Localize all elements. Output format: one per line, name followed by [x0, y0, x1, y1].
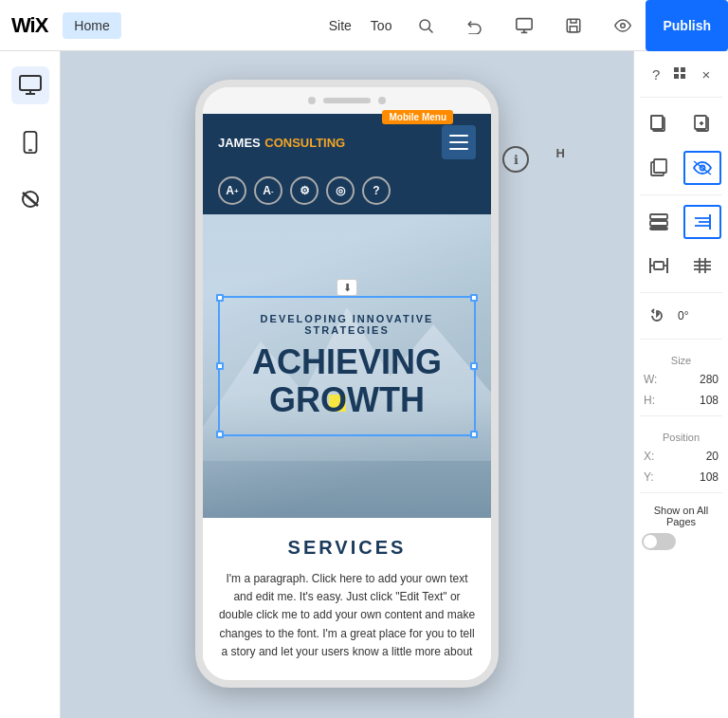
align-right-icon[interactable] [683, 205, 721, 239]
svg-rect-14 [674, 67, 679, 72]
divider-3 [640, 292, 722, 293]
panel-action-row-1 [640, 105, 722, 143]
svg-rect-16 [674, 74, 679, 79]
hide-elements-icon[interactable] [11, 180, 49, 218]
grid-icon[interactable] [668, 61, 693, 87]
rotation-row: 0° [640, 301, 722, 331]
svg-rect-2 [517, 18, 532, 28]
tools-menu[interactable]: Too [371, 18, 392, 33]
cut-icon[interactable] [683, 107, 721, 141]
svg-line-1 [429, 28, 433, 32]
resize-handle-middle-left[interactable] [216, 362, 224, 370]
services-text: I'm a paragraph. Click here to add your … [218, 570, 476, 661]
phone-hero[interactable]: ⬇ DEVELOPING INNOVATIVE STRATEGIES ACHIE… [203, 214, 491, 518]
desktop-icon[interactable] [509, 10, 539, 41]
show-all-pages-label: Show on All Pages [642, 505, 720, 527]
top-bar: WiX Home Site Too Publish [0, 0, 728, 51]
show-all-pages-toggle[interactable] [642, 533, 676, 550]
y-value[interactable]: 108 [700, 470, 719, 484]
help-icon[interactable]: ? [644, 61, 668, 87]
logo-suffix: CONSULTING [264, 136, 345, 150]
svg-rect-22 [695, 116, 706, 129]
svg-rect-19 [651, 116, 663, 129]
phone-header: Mobile Menu JAMES CONSULTING [203, 114, 491, 171]
preview-icon[interactable] [608, 10, 638, 41]
svg-rect-7 [20, 76, 41, 90]
phone-camera [308, 97, 316, 104]
save-icon[interactable] [558, 10, 589, 41]
right-panel: ? × [633, 51, 728, 718]
main-area: Mobile Menu JAMES CONSULTING A+ A- ⚙ ◎ ? [0, 51, 728, 718]
phone-mockup: Mobile Menu JAMES CONSULTING A+ A- ⚙ ◎ ? [195, 80, 499, 688]
svg-rect-17 [681, 74, 685, 79]
x-value[interactable]: 20 [706, 450, 719, 463]
x-row: X: 20 [640, 449, 722, 464]
accessibility-row: A+ A- ⚙ ◎ ? [203, 171, 491, 214]
search-icon[interactable] [410, 10, 441, 41]
undo-icon[interactable] [460, 10, 490, 41]
svg-point-6 [621, 23, 626, 28]
show-all-pages-section: Show on All Pages [640, 501, 722, 554]
resize-handle-top-right[interactable] [470, 294, 478, 302]
hero-content-box[interactable]: ⬇ DEVELOPING INNOVATIVE STRATEGIES ACHIE… [218, 296, 476, 435]
resize-handle-top-left[interactable] [216, 294, 224, 302]
eye-off-icon[interactable] [683, 151, 721, 185]
svg-rect-37 [654, 262, 664, 269]
height-row: H: 108 [640, 393, 722, 408]
access-icon-settings[interactable]: ⚙ [290, 176, 318, 205]
svg-line-28 [694, 161, 711, 175]
phone-speaker [323, 98, 371, 103]
hamburger-button[interactable] [442, 125, 476, 159]
rotation-icon[interactable] [644, 303, 670, 329]
grid-layout-icon[interactable] [683, 249, 721, 283]
consulting-logo: JAMES CONSULTING [218, 134, 345, 151]
publish-button[interactable]: Publish [646, 0, 728, 51]
width-row: W: 280 [640, 372, 722, 387]
close-icon[interactable]: × [694, 61, 719, 87]
services-title: SERVICES [218, 537, 476, 559]
panel-action-row-2 [640, 149, 722, 187]
resize-handle-middle-right[interactable] [470, 362, 478, 370]
access-icon-help[interactable]: ? [362, 176, 391, 205]
top-nav: Site Too [329, 10, 639, 41]
svg-marker-45 [657, 312, 659, 316]
home-tab[interactable]: Home [63, 12, 120, 39]
svg-rect-31 [650, 228, 667, 230]
layers-icon[interactable] [640, 205, 678, 239]
canvas-label-h: H [556, 146, 565, 160]
hamburger-line-1 [449, 135, 468, 137]
access-icon-contrast[interactable]: ◎ [326, 176, 355, 205]
panel-layout-row-2 [640, 247, 722, 285]
hero-title: ACHIEVING GROWTH [235, 343, 459, 418]
hamburger-line-2 [449, 141, 468, 143]
x-label: X: [644, 450, 654, 463]
access-icon-decrease[interactable]: A- [254, 176, 282, 205]
info-icon[interactable]: ℹ [502, 146, 529, 173]
resize-handle-bottom-right[interactable] [470, 431, 478, 438]
site-menu[interactable]: Site [329, 18, 352, 33]
copy-icon[interactable] [640, 107, 678, 141]
y-label: Y: [644, 470, 654, 484]
divider-6 [640, 492, 722, 493]
svg-rect-26 [654, 159, 666, 173]
height-value[interactable]: 108 [700, 394, 719, 407]
width-value[interactable]: 280 [700, 373, 719, 386]
wix-logo: WiX [11, 13, 47, 38]
divider-1 [640, 97, 722, 98]
height-label: H: [644, 394, 655, 407]
logo-prefix: JAMES [218, 136, 261, 150]
left-sidebar [0, 51, 61, 718]
phone-camera-2 [378, 97, 386, 104]
svg-rect-15 [681, 67, 685, 72]
paste-icon[interactable] [640, 151, 678, 185]
divider-5 [640, 415, 722, 416]
distribute-icon[interactable] [640, 249, 678, 283]
desktop-view-icon[interactable] [11, 66, 49, 104]
panel-top-row: ? × [640, 59, 722, 89]
access-icon-increase[interactable]: A+ [218, 176, 246, 205]
canvas-area[interactable]: Mobile Menu JAMES CONSULTING A+ A- ⚙ ◎ ? [61, 51, 633, 718]
resize-handle-bottom-left[interactable] [216, 431, 224, 438]
mobile-view-icon[interactable] [11, 123, 49, 161]
svg-rect-30 [650, 221, 667, 226]
download-icon[interactable]: ⬇ [337, 279, 357, 296]
